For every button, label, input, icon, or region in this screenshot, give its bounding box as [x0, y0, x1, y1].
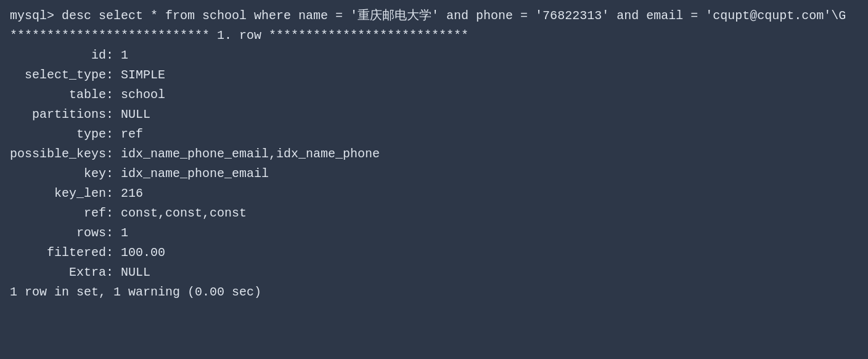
line-rows: rows: 1 [10, 223, 858, 243]
line-type: type: ref [10, 125, 858, 144]
line-id: id: 1 [10, 46, 858, 65]
line-table: table: school [10, 85, 858, 105]
line-separator: *************************** 1. row *****… [10, 26, 858, 46]
line-possible-keys: possible_keys: idx_name_phone_email,idx_… [10, 144, 858, 164]
line-extra: Extra: NULL [10, 263, 858, 283]
line-partitions: partitions: NULL [10, 105, 858, 125]
line-key-len: key_len: 216 [10, 184, 858, 204]
line-result: 1 row in set, 1 warning (0.00 sec) [10, 283, 858, 302]
terminal-output: mysql> desc select * from school where n… [10, 6, 858, 353]
line-ref: ref: const,const,const [10, 204, 858, 223]
line-key: key: idx_name_phone_email [10, 164, 858, 184]
line-select-type: select_type: SIMPLE [10, 65, 858, 85]
line-command: mysql> desc select * from school where n… [10, 6, 858, 26]
line-filtered: filtered: 100.00 [10, 243, 858, 263]
